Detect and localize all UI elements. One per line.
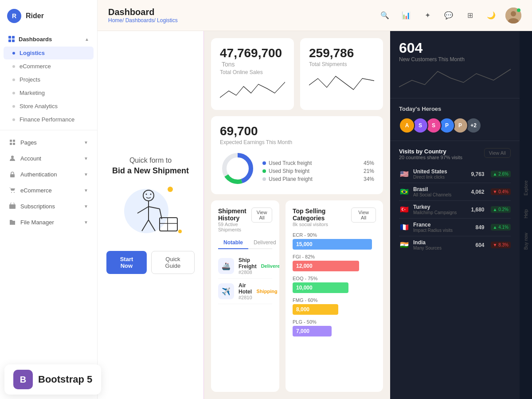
shipment-view-all[interactable]: View All [251, 207, 272, 223]
svg-point-8 [11, 156, 14, 158]
brasil-change: ▼ 0.4% [491, 188, 511, 195]
dot [12, 105, 15, 108]
logo[interactable]: R Rider [0, 0, 97, 32]
tab-delivered[interactable]: Delivered [248, 237, 279, 249]
usa-name: United States [413, 168, 468, 175]
promo-buttons: Start Now Quick Guide [106, 251, 195, 274]
illustration-svg [120, 184, 182, 242]
svg-rect-3 [12, 39, 15, 42]
grid-view-icon[interactable]: ⊞ [463, 8, 477, 23]
svg-rect-22 [160, 218, 177, 231]
country-usa: 🇺🇸 United States Direct link clicks 9,76… [399, 165, 511, 183]
svg-rect-0 [8, 36, 11, 39]
divider [0, 130, 97, 130]
shipment-tabs: Notable Delivered Shipping [218, 237, 272, 249]
dot [12, 92, 15, 94]
dashboards-section: Dashboards ▲ Logistics eCommerce Project… [0, 32, 97, 126]
promo-panel: Quick form to Bid a New Shipment [98, 31, 204, 399]
india-visits: 604 [476, 242, 485, 248]
explore-tab[interactable]: Explore [523, 177, 529, 199]
sidebar-item-account[interactable]: Account ▼ [4, 151, 94, 166]
sidebar-item-ecommerce-nav[interactable]: eCommerce ▼ [4, 183, 94, 198]
bootstrap-watermark: B Bootstrap 5 [4, 364, 101, 395]
brasil-name: Brasil [413, 186, 468, 192]
sidebar-item-store-analytics[interactable]: Store Analytics [4, 100, 94, 113]
help-tab[interactable]: Help [523, 206, 529, 222]
dot [12, 65, 15, 68]
sidebar-item-subscriptions[interactable]: Subscriptions ▼ [4, 199, 94, 214]
sidebar-item-pages[interactable]: Pages ▼ [4, 135, 94, 150]
bar-plg: PLG - 50% 7,000 [293, 319, 376, 336]
selling-title: Top Selling Categories [293, 207, 351, 222]
svg-rect-5 [13, 140, 15, 142]
usa-change: ▲ 2.6% [491, 171, 511, 177]
france-visits: 849 [476, 224, 485, 231]
turkey-change: ▲ 0.2% [491, 206, 511, 213]
sidebar-item-file-manager[interactable]: File Manager ▼ [4, 215, 94, 230]
total-shipments-label: Total Shipments [309, 61, 374, 67]
total-sales-unit: Tons [222, 61, 235, 68]
ship-status-2: Shipping [257, 289, 278, 294]
india-source: Many Sources [413, 246, 472, 250]
sidebar-item-finance[interactable]: Finance Performance [4, 113, 94, 126]
ecommerce-icon [9, 187, 16, 194]
truck-dot [262, 161, 266, 165]
file-manager-icon [9, 219, 16, 226]
sidebar-item-projects[interactable]: Projects [4, 73, 94, 86]
hero-avatar-1: A [399, 117, 415, 133]
visits-header: Visits by Country 20 countries share 97%… [399, 148, 511, 160]
buy-now-tab[interactable]: Buy now [523, 229, 529, 253]
chevron-icon: ▼ [84, 204, 88, 209]
ship-name-2: Air Hotel [239, 282, 252, 295]
content-area: Quick form to Bid a New Shipment [98, 31, 532, 399]
svg-point-31 [229, 160, 246, 177]
svg-rect-2 [8, 39, 11, 42]
settings-icon[interactable]: ✦ [420, 8, 434, 23]
brasil-source: All Social Channels [413, 192, 468, 197]
bootstrap-text: Bootstrap 5 [38, 374, 92, 385]
bootstrap-icon: B [13, 370, 33, 389]
chart-icon[interactable]: 📊 [399, 8, 413, 23]
france-change: ▲ 4.1% [491, 224, 511, 231]
auth-icon [9, 171, 16, 178]
usa-source: Direct link clicks [413, 175, 468, 180]
selling-subtitle: 8k social visitors [293, 222, 351, 227]
france-source: Impact Radius visits [413, 228, 472, 233]
dashboards-header[interactable]: Dashboards ▲ [4, 32, 94, 46]
usa-visits: 9,763 [471, 171, 485, 177]
sidebar-item-authentication[interactable]: Authentication ▼ [4, 167, 94, 182]
customers-label: New Customers This Month [399, 56, 511, 63]
theme-icon[interactable]: 🌙 [484, 8, 498, 23]
sidebar-item-marketing[interactable]: Marketing [4, 86, 94, 99]
shipment-item-1: 🚢 Ship Freight #2808 Delivered [218, 254, 272, 279]
ship-legend-item: Used Ship freight 21% [262, 168, 374, 174]
search-icon[interactable]: 🔍 [378, 8, 392, 23]
country-france: 🇫🇷 France Impact Radius visits 849 ▲ 4.1… [399, 219, 511, 236]
country-brasil: 🇧🇷 Brasil All Social Channels 4,062 ▼ 0.… [399, 183, 511, 201]
donut-chart [220, 151, 255, 186]
dot [12, 118, 15, 121]
svg-line-20 [142, 220, 149, 231]
page-title: Dashboard [108, 7, 178, 17]
right-content: 604 New Customers This Month Today's Her… [390, 31, 532, 399]
header-left: Dashboard Home/ Dashboards/ Logistics [108, 7, 178, 23]
chevron-icon: ▼ [84, 172, 88, 177]
bottom-section: Shipment History 59 Active Shipments Vie… [211, 200, 383, 392]
svg-rect-4 [10, 140, 12, 142]
main-area: Dashboard Home/ Dashboards/ Logistics 🔍 … [98, 0, 532, 399]
quick-guide-button[interactable]: Quick Guide [151, 251, 195, 274]
shipment-subtitle: 59 Active Shipments [218, 222, 251, 232]
chevron-icon: ▼ [84, 140, 88, 145]
bars-container: ECR - 90% 15,000 FGI - 82% 12,000 [293, 232, 376, 336]
avatar-wrapper[interactable] [505, 8, 521, 23]
visits-title: Visits by Country [399, 148, 462, 155]
chat-icon[interactable]: 💬 [442, 8, 456, 23]
sidebar-item-ecommerce[interactable]: eCommerce [4, 60, 94, 73]
start-now-button[interactable]: Start Now [106, 251, 147, 274]
tab-notable[interactable]: Notable [218, 237, 248, 249]
selling-view-all[interactable]: View All [351, 207, 376, 223]
svg-point-14 [511, 11, 516, 16]
sidebar-item-logistics[interactable]: Logistics [4, 47, 94, 59]
visits-view-all[interactable]: View All [484, 148, 511, 158]
flag-france: 🇫🇷 [399, 223, 410, 231]
